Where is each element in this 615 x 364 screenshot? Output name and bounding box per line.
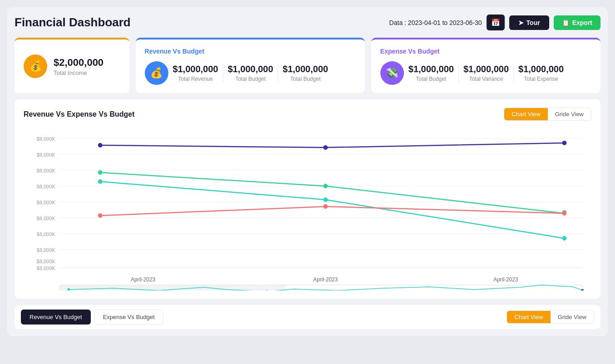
expense-metric-2: $1,000,000 Total Expense — [518, 64, 564, 82]
svg-text:April-2023: April-2023 — [313, 276, 338, 283]
revenue-amount-1: $1,000,000 — [228, 64, 273, 74]
divider-2 — [278, 64, 278, 82]
svg-text:$8,000K: $8,000K — [37, 266, 55, 271]
revenue-label-1: Total Budget — [228, 76, 273, 82]
income-card: 💰 $2,000,000 Total Income — [15, 38, 129, 93]
revenue-amount-0: $1,000,000 — [173, 64, 218, 74]
revenue-card-title: Revenue Vs Budget — [145, 48, 356, 55]
bottom-view-toggle: Chart View Gride View — [507, 310, 594, 324]
expense-amount-1: $1,000,000 — [463, 64, 509, 74]
revenue-metrics: 💰 $1,000,000 Total Revenue $1,000,000 To… — [145, 61, 356, 85]
expense-card-title: Expense Vs Budget — [380, 48, 591, 55]
expense-metric-main: 💸 $1,000,000 Total Budget — [380, 61, 454, 85]
svg-point-20 — [323, 145, 328, 150]
header: Financial Dashboard Data : 2023-04-01 to… — [15, 15, 600, 30]
svg-text:$8,000K: $8,000K — [37, 136, 55, 142]
expense-label-2: Total Expense — [518, 76, 564, 82]
expense-amount-0: $1,000,000 — [408, 64, 454, 74]
expense-metrics: 💸 $1,000,000 Total Budget $1,000,000 Tot… — [380, 61, 591, 85]
svg-point-22 — [98, 179, 103, 184]
income-info: $2,000,000 Total Income — [54, 57, 103, 76]
svg-text:$8,000K: $8,000K — [37, 247, 55, 253]
svg-text:$8,000K: $8,000K — [37, 168, 55, 173]
revenue-metric-2: $1,000,000 Total Budget — [283, 64, 328, 82]
top-cards: 💰 $2,000,000 Total Income Revenue Vs Bud… — [15, 38, 600, 93]
svg-text:April-2023: April-2023 — [493, 276, 518, 283]
revenue-metric-1: $1,000,000 Total Budget — [228, 64, 273, 82]
expense-metric-0: $1,000,000 Total Budget — [408, 64, 454, 82]
chart-view-button[interactable]: Chart View — [504, 108, 547, 120]
expense-amount-2: $1,000,000 — [518, 64, 564, 74]
svg-point-29 — [323, 204, 328, 209]
bottom-bar: Revenue Vs Budget Expense Vs Budget Char… — [15, 305, 600, 329]
svg-point-24 — [562, 236, 566, 241]
header-right: Data : 2023-04-01 to 2023-06-30 📅 ➤ Tour… — [389, 15, 600, 30]
expense-icon: 💸 — [380, 61, 404, 85]
main-chart: $8,000K $8,000K $8,000K $8,000K $8,000K … — [24, 127, 591, 290]
svg-point-19 — [98, 143, 103, 148]
expense-label-0: Total Budget — [408, 76, 454, 82]
divider-1 — [223, 64, 223, 82]
revenue-label-0: Total Revenue — [173, 76, 218, 82]
svg-text:April-2023: April-2023 — [131, 276, 156, 283]
svg-text:$8,000K: $8,000K — [37, 231, 55, 237]
bottom-grid-view-button[interactable]: Gride View — [551, 311, 594, 323]
grid-view-button[interactable]: Gride View — [548, 108, 591, 120]
svg-text:$8,000K: $8,000K — [37, 259, 55, 264]
chart-header: Revenue Vs Expense Vs Budget Chart View … — [24, 108, 591, 121]
bottom-tabs: Revenue Vs Budget Expense Vs Budget — [21, 310, 163, 325]
svg-point-25 — [98, 170, 103, 175]
export-button[interactable]: 📋 Export — [554, 15, 600, 30]
financial-dashboard: Financial Dashboard Data : 2023-04-01 to… — [7, 7, 608, 336]
svg-point-30 — [562, 211, 566, 216]
divider-3 — [458, 64, 459, 82]
chart-title: Revenue Vs Expense Vs Budget — [24, 110, 135, 118]
chart-view-toggle: Chart View Gride View — [504, 108, 591, 121]
revenue-metric-main: 💰 $1,000,000 Total Revenue — [145, 61, 218, 85]
svg-text:$8,000K: $8,000K — [37, 216, 55, 221]
revenue-label-2: Total Budget — [283, 76, 328, 82]
svg-point-21 — [562, 141, 566, 145]
revenue-icon: 💰 — [145, 61, 168, 85]
divider-4 — [513, 64, 514, 82]
income-amount: $2,000,000 — [54, 57, 103, 69]
svg-point-38 — [581, 289, 584, 290]
tour-icon: ➤ — [518, 19, 524, 26]
export-icon: 📋 — [562, 19, 570, 26]
expense-card: Expense Vs Budget 💸 $1,000,000 Total Bud… — [371, 38, 600, 93]
revenue-amount-2: $1,000,000 — [283, 64, 328, 74]
revenue-metric-0: $1,000,000 Total Revenue — [173, 64, 218, 82]
income-icon: 💰 — [24, 54, 47, 78]
tab-expense-vs-budget[interactable]: Expense Vs Budget — [94, 310, 163, 325]
revenue-card: Revenue Vs Budget 💰 $1,000,000 Total Rev… — [136, 38, 365, 93]
income-label: Total Income — [54, 69, 103, 76]
svg-point-28 — [98, 213, 103, 218]
svg-text:$8,000K: $8,000K — [37, 184, 55, 189]
page-title: Financial Dashboard — [15, 15, 131, 30]
calendar-button[interactable]: 📅 — [487, 15, 505, 30]
svg-text:$8,000K: $8,000K — [37, 200, 55, 205]
expense-label-1: Total Variance — [463, 76, 509, 82]
expense-metric-1: $1,000,000 Total Variance — [463, 64, 509, 82]
chart-section: Revenue Vs Expense Vs Budget Chart View … — [15, 99, 600, 299]
svg-point-26 — [323, 184, 328, 188]
svg-point-23 — [323, 197, 328, 202]
tab-revenue-vs-budget[interactable]: Revenue Vs Budget — [21, 310, 91, 325]
chart-container: $8,000K $8,000K $8,000K $8,000K $8,000K … — [24, 127, 591, 290]
bottom-chart-view-button[interactable]: Chart View — [507, 311, 550, 323]
tour-button[interactable]: ➤ Tour — [509, 15, 549, 30]
date-range: Data : 2023-04-01 to 2023-06-30 — [389, 19, 482, 26]
svg-text:$8,000K: $8,000K — [37, 152, 55, 157]
